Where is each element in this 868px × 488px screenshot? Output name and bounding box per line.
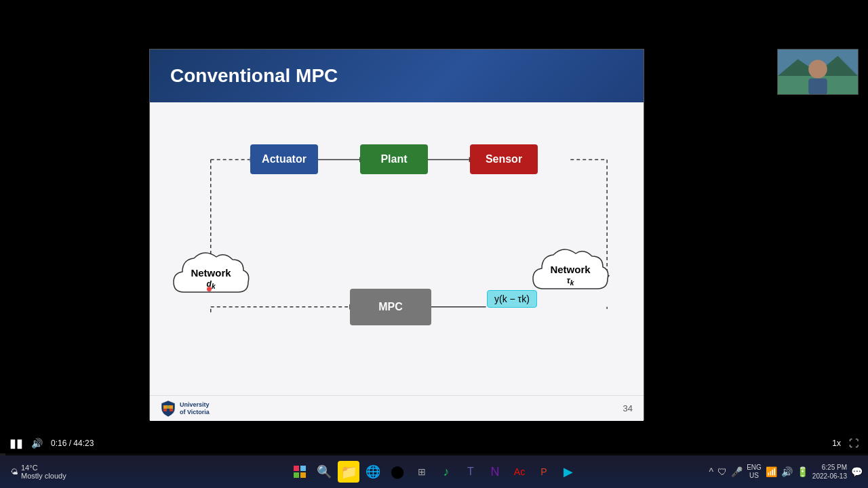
actuator-box: Actuator [250,144,318,174]
spotify-button[interactable]: ♪ [435,461,457,483]
presentation-slide: Conventional MPC [149,49,644,420]
security-icon[interactable]: 🛡 [717,466,727,477]
explorer-button[interactable]: 📁 [338,461,359,483]
mpc-box: MPC [350,289,431,325]
svg-rect-29 [300,472,306,478]
network-left-label: Network dk [191,266,231,291]
volume-button[interactable]: 🔊 [31,438,43,449]
time-display[interactable]: 6:25 PM 2022-06-13 [812,463,847,481]
battery-icon: 🔋 [797,466,808,477]
volume-sys-icon[interactable]: 🔊 [781,466,793,477]
speed-label[interactable]: 1x [832,439,841,448]
date: 2022-06-13 [812,472,847,481]
time-label: 0:16 / 44:23 [51,439,94,448]
sensor-box: Sensor [470,144,538,174]
slide-number: 34 [623,403,633,413]
edge-button[interactable]: 🌐 [362,461,384,483]
media-button[interactable]: ▶ [557,461,579,483]
language-display: ENGUS [747,464,762,480]
actuator-label: Actuator [262,153,307,165]
university-logo: Universityof Victoria [161,400,210,418]
acrobat-button[interactable]: Ac [509,461,530,483]
weather-icon: 🌤 [11,468,18,476]
taskbar-left: 🌤 14°C Mostly cloudy [5,464,66,480]
time: 6:25 PM [812,463,847,472]
slide-header: Conventional MPC [150,49,644,102]
slide-footer: Universityof Victoria 34 [150,395,644,421]
taskbar: 🌤 14°C Mostly cloudy 🔍 📁 🌐 ⬤ ⊞ ♪ T N Ac … [0,455,868,488]
weather-desc: Mostly cloudy [21,472,66,480]
y-formula: y(k − τk) [487,290,537,308]
slide-title: Conventional MPC [170,65,338,87]
plant-label: Plant [380,153,407,165]
webcam-overlay [777,49,859,95]
weather-widget: 🌤 14°C Mostly cloudy [11,464,66,480]
sensor-label: Sensor [486,153,522,165]
temperature: 14°C [21,464,66,472]
mpc-label: MPC [378,301,403,313]
network-left: Network dk [170,245,252,312]
slide-content: Network dk Network τk Actuator Plant [150,102,644,421]
webcam-image [778,49,858,95]
svg-rect-26 [294,466,299,471]
svg-point-24 [808,60,827,79]
play-button[interactable]: ▮▮ [9,436,23,451]
notification-icon[interactable]: 💬 [851,466,863,477]
network-right: Network τk [530,241,611,309]
playback-controls: ▮▮ 🔊 0:16 / 44:23 1x ⛶ [0,431,868,455]
plant-box: Plant [360,144,428,174]
svg-rect-27 [300,466,306,471]
apps-button[interactable]: ⊞ [411,461,433,483]
teams-button[interactable]: T [460,461,481,483]
start-button[interactable] [289,461,311,483]
onenote-button[interactable]: N [484,461,506,483]
wifi-icon[interactable]: 📶 [766,466,777,477]
chevron-icon[interactable]: ^ [709,466,714,477]
network-right-label: Network τk [550,263,590,288]
taskbar-center: 🔍 📁 🌐 ⬤ ⊞ ♪ T N Ac P ▶ [289,461,579,483]
uvic-shield-icon [161,400,176,418]
svg-rect-19 [163,405,173,409]
chrome-button[interactable]: ⬤ [387,461,408,483]
powerpoint-button[interactable]: P [533,461,555,483]
taskbar-right: ^ 🛡 🎤 ENGUS 📶 🔊 🔋 6:25 PM 2022-06-13 💬 [709,463,863,481]
fullscreen-button[interactable]: ⛶ [849,438,859,449]
svg-rect-25 [808,79,827,95]
search-button[interactable]: 🔍 [313,461,335,483]
svg-rect-28 [294,472,299,478]
mic-icon[interactable]: 🎤 [731,466,743,477]
